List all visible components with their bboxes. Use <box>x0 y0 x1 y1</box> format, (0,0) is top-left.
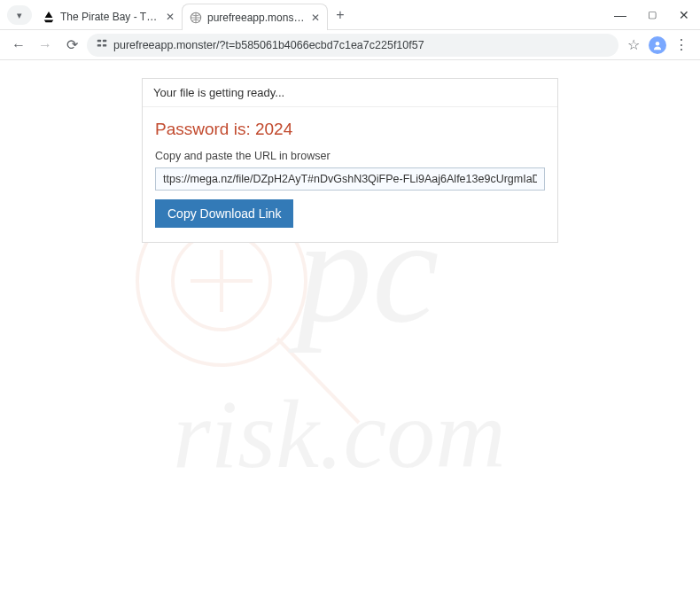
toolbar: ← → ⟳ purefreeapp.monster/?t=b585061b406… <box>0 30 700 60</box>
bookmark-button[interactable]: ☆ <box>622 34 645 57</box>
titlebar: ▾ The Pirate Bay - The galaxy's m ✕ pure… <box>0 0 700 30</box>
ship-icon <box>43 10 55 24</box>
svg-rect-2 <box>103 40 106 43</box>
panel-header: Your file is getting ready... <box>143 79 557 107</box>
svg-point-8 <box>173 232 270 330</box>
svg-point-5 <box>656 41 660 45</box>
new-tab-button[interactable]: + <box>328 0 353 29</box>
browser-window: ▾ The Pirate Bay - The galaxy's m ✕ pure… <box>0 0 700 607</box>
download-url-input[interactable] <box>155 167 545 191</box>
maximize-button[interactable]: ▢ <box>636 0 668 30</box>
minimize-button[interactable]: — <box>604 0 636 30</box>
forward-button[interactable]: → <box>34 34 57 57</box>
close-icon[interactable]: ✕ <box>311 12 320 24</box>
copy-download-link-button[interactable]: Copy Download Link <box>155 199 293 228</box>
site-info-icon[interactable] <box>96 37 108 52</box>
download-panel: Your file is getting ready... Password i… <box>142 78 558 243</box>
tab-title: The Pirate Bay - The galaxy's m <box>60 11 160 23</box>
page-viewport: pc risk.com Your file is getting ready..… <box>0 60 700 607</box>
password-label: Password is: 2024 <box>155 120 545 139</box>
tab-search-chip[interactable]: ▾ <box>7 5 32 25</box>
svg-rect-1 <box>97 40 101 43</box>
reload-button[interactable]: ⟳ <box>60 34 83 57</box>
svg-text:risk.com: risk.com <box>173 380 506 488</box>
chevron-down-icon: ▾ <box>17 10 22 21</box>
window-controls: — ▢ ✕ <box>604 0 700 29</box>
svg-line-7 <box>277 339 359 423</box>
url-text: purefreeapp.monster/?t=b585061b4066ecbd7… <box>113 39 424 51</box>
close-window-button[interactable]: ✕ <box>668 0 700 30</box>
globe-icon <box>190 11 202 25</box>
tab-title: purefreeapp.monster/?t=b585 <box>207 12 306 24</box>
menu-button[interactable]: ⋮ <box>670 34 693 57</box>
address-bar[interactable]: purefreeapp.monster/?t=b585061b4066ecbd7… <box>87 34 618 57</box>
tab-purefreeapp[interactable]: purefreeapp.monster/?t=b585 ✕ <box>182 4 328 30</box>
tab-piratebay[interactable]: The Pirate Bay - The galaxy's m ✕ <box>35 4 182 30</box>
instruction-text: Copy and paste the URL in browser <box>155 150 545 162</box>
svg-rect-4 <box>103 44 106 47</box>
profile-avatar[interactable] <box>649 36 666 54</box>
svg-rect-3 <box>97 44 101 47</box>
close-icon[interactable]: ✕ <box>166 11 175 23</box>
back-button[interactable]: ← <box>7 34 30 57</box>
